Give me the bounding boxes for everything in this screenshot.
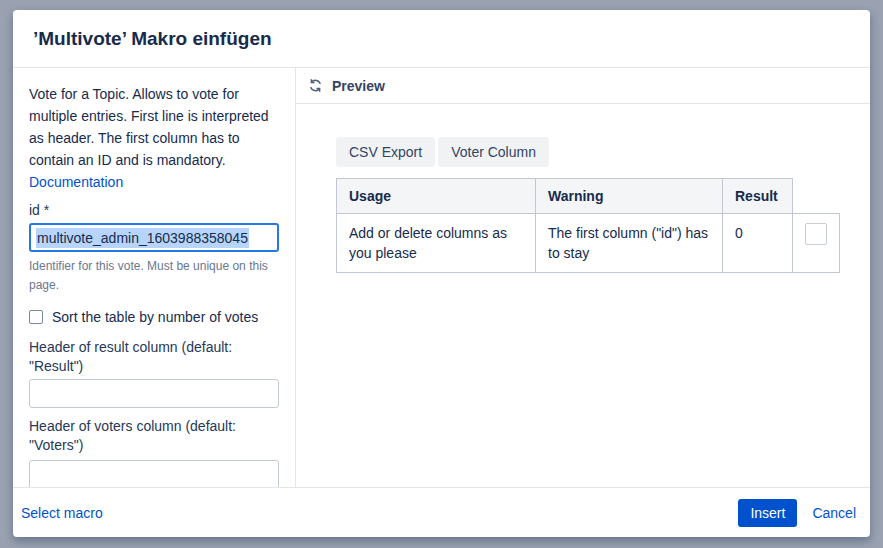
select-macro-link[interactable]: Select macro xyxy=(21,505,103,521)
vote-cell xyxy=(793,214,840,273)
macro-description-text: Vote for a Topic. Allows to vote for mul… xyxy=(29,86,269,168)
dialog-footer: Select macro Insert Cancel xyxy=(13,487,870,537)
footer-actions: Insert Cancel xyxy=(738,499,856,527)
csv-export-button[interactable]: CSV Export xyxy=(336,137,435,167)
dialog-header: ’Multivote’ Makro einfügen xyxy=(13,10,870,68)
result-header-label: Header of result column (default: "Resul… xyxy=(29,338,279,376)
preview-title: Preview xyxy=(332,78,385,94)
insert-button[interactable]: Insert xyxy=(738,499,797,527)
sort-checkbox[interactable] xyxy=(29,310,43,324)
macro-parameters-panel: Vote for a Topic. Allows to vote for mul… xyxy=(13,68,296,487)
vote-checkbox[interactable] xyxy=(805,223,827,245)
result-header-input[interactable] xyxy=(29,379,279,408)
table-row: Add or delete columns as you please The … xyxy=(337,214,840,273)
preview-header: Preview xyxy=(296,68,870,104)
dialog-title: ’Multivote’ Makro einfügen xyxy=(33,28,272,50)
dialog-body: Vote for a Topic. Allows to vote for mul… xyxy=(13,68,870,487)
id-input[interactable]: multivote_admin_1603988358045 xyxy=(29,223,279,252)
table-header-row: Usage Warning Result xyxy=(337,179,840,214)
id-input-selected-text: multivote_admin_1603988358045 xyxy=(36,228,249,248)
sort-checkbox-row: Sort the table by number of votes xyxy=(29,309,276,325)
voter-column-button[interactable]: Voter Column xyxy=(438,137,549,167)
preview-content: CSV Export Voter Column Usage Warning Re… xyxy=(296,104,870,273)
column-header-empty xyxy=(793,179,840,214)
cancel-link[interactable]: Cancel xyxy=(812,505,856,521)
id-field-label: id * xyxy=(29,200,276,220)
result-cell: 0 xyxy=(723,214,793,273)
id-field-help: Identifier for this vote. Must be unique… xyxy=(29,257,276,295)
preview-panel: Preview CSV Export Voter Column Usage Wa… xyxy=(296,68,870,487)
usage-cell: Add or delete columns as you please xyxy=(337,214,536,273)
documentation-link[interactable]: Documentation xyxy=(29,174,123,190)
voters-header-input[interactable] xyxy=(29,460,279,487)
macro-description: Vote for a Topic. Allows to vote for mul… xyxy=(29,83,276,193)
column-header-usage: Usage xyxy=(337,179,536,214)
refresh-icon[interactable] xyxy=(308,78,323,93)
voters-header-label: Header of voters column (default: "Voter… xyxy=(29,417,279,455)
preview-button-row: CSV Export Voter Column xyxy=(336,137,870,167)
sort-checkbox-label: Sort the table by number of votes xyxy=(52,309,258,325)
column-header-result: Result xyxy=(723,179,793,214)
column-header-warning: Warning xyxy=(536,179,723,214)
warning-cell: The first column ("id") has to stay xyxy=(536,214,723,273)
insert-macro-dialog: ’Multivote’ Makro einfügen Vote for a To… xyxy=(13,10,870,537)
macro-dialog-backdrop: { "colors": { "accent": "#0052cc", "focu… xyxy=(0,0,883,548)
vote-preview-table: Usage Warning Result Add or delete colum… xyxy=(336,178,840,273)
